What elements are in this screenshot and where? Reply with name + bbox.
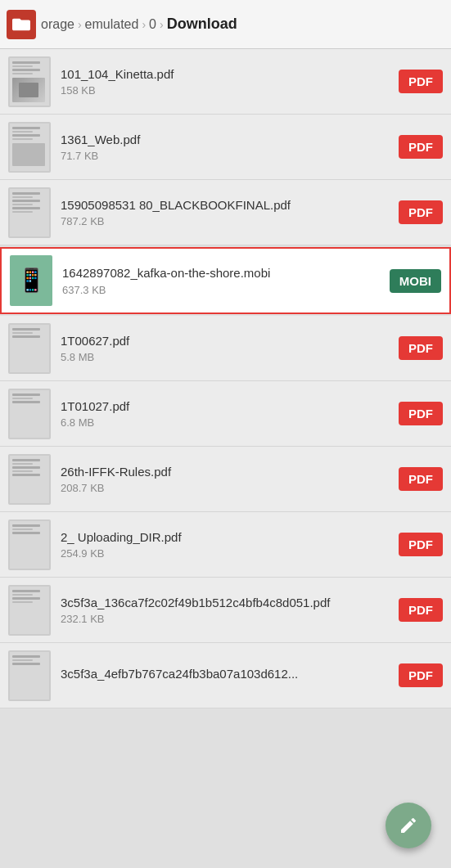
file-info: 26th-IFFK-Rules.pdf 208.7 KB — [61, 464, 390, 495]
file-info: 1T00627.pdf 5.8 MB — [61, 333, 390, 364]
file-size: 71.7 KB — [61, 150, 390, 162]
file-thumbnail — [8, 585, 51, 636]
file-size: 5.8 MB — [61, 351, 390, 363]
file-type-badge[interactable]: MOBI — [390, 269, 441, 293]
header: orage › emulated › 0 › Download — [0, 0, 451, 49]
file-name: 3c5f3a_4efb7b767ca24fb3ba07a103d612... — [61, 666, 390, 682]
file-size: 787.2 KB — [61, 215, 390, 227]
file-info: 15905098531 80_BLACKBOOKFINAL.pdf 787.2 … — [61, 197, 390, 228]
file-info: 2_ Uploading_DIR.pdf 254.9 KB — [61, 529, 390, 560]
file-type-badge[interactable]: PDF — [399, 70, 443, 93]
list-item[interactable]: 3c5f3a_4efb7b767ca24fb3ba07a103d612... P… — [0, 643, 451, 708]
list-item[interactable]: 3c5f3a_136ca7f2c02f49b1b512c4bfb4c8d051.… — [0, 578, 451, 643]
file-size: 637.3 KB — [62, 284, 381, 296]
file-thumbnail — [8, 187, 51, 238]
file-name: 1T00627.pdf — [61, 333, 390, 349]
breadcrumb-0[interactable]: 0 — [149, 17, 156, 32]
file-type-badge[interactable]: PDF — [399, 336, 443, 360]
file-type-badge[interactable]: PDF — [399, 402, 443, 425]
file-name: 1642897082_kafka-on-the-shore.mobi — [62, 265, 381, 281]
file-type-badge[interactable]: PDF — [399, 598, 443, 622]
file-size: 208.7 KB — [61, 482, 390, 494]
file-type-badge[interactable]: PDF — [399, 533, 443, 556]
file-thumbnail — [8, 122, 51, 173]
edit-icon — [399, 816, 418, 835]
file-size: 254.9 KB — [61, 547, 390, 560]
file-name: 101_104_Kinetta.pdf — [61, 66, 390, 83]
phone-icon: 📱 — [17, 269, 46, 292]
file-type-badge[interactable]: PDF — [399, 467, 443, 491]
breadcrumb-emulated[interactable]: emulated — [85, 17, 139, 32]
file-thumbnail — [8, 389, 51, 439]
breadcrumb-sep-1: › — [78, 18, 82, 31]
file-name: 1361_Web.pdf — [61, 132, 390, 148]
list-item[interactable]: 1T01027.pdf 6.8 MB PDF — [0, 381, 451, 447]
file-info: 101_104_Kinetta.pdf 158 KB — [61, 66, 390, 97]
app-icon — [7, 10, 36, 39]
file-type-badge[interactable]: PDF — [399, 663, 443, 687]
file-name: 1T01027.pdf — [61, 398, 390, 415]
breadcrumb: orage › emulated › 0 › Download — [41, 16, 444, 33]
list-item[interactable]: 26th-IFFK-Rules.pdf 208.7 KB PDF — [0, 447, 451, 512]
file-size: 158 KB — [61, 84, 390, 97]
breadcrumb-sep-2: › — [142, 18, 146, 31]
file-type-badge[interactable]: PDF — [399, 200, 443, 224]
file-name: 2_ Uploading_DIR.pdf — [61, 529, 390, 546]
file-info: 1642897082_kafka-on-the-shore.mobi 637.3… — [62, 265, 381, 296]
file-size: 6.8 MB — [61, 416, 390, 429]
fab-edit-button[interactable] — [386, 803, 431, 848]
breadcrumb-download: Download — [167, 16, 237, 33]
breadcrumb-storage[interactable]: orage — [41, 17, 74, 32]
list-item[interactable]: 1361_Web.pdf 71.7 KB PDF — [0, 115, 451, 180]
file-info: 1T01027.pdf 6.8 MB — [61, 398, 390, 430]
file-thumbnail — [8, 454, 51, 505]
file-thumbnail — [8, 519, 51, 570]
file-thumbnail — [8, 323, 51, 374]
file-size: 232.1 KB — [61, 613, 390, 625]
file-thumbnail: 📱 — [10, 255, 52, 306]
file-name: 3c5f3a_136ca7f2c02f49b1b512c4bfb4c8d051.… — [61, 595, 390, 611]
file-name: 26th-IFFK-Rules.pdf — [61, 464, 390, 480]
file-list: 101_104_Kinetta.pdf 158 KB PDF 1361_Web.… — [0, 49, 451, 708]
file-thumbnail — [8, 650, 51, 701]
list-item-selected[interactable]: 📱 1642897082_kafka-on-the-shore.mobi 637… — [0, 247, 451, 314]
breadcrumb-sep-3: › — [160, 18, 164, 31]
list-item[interactable]: 1T00627.pdf 5.8 MB PDF — [0, 316, 451, 381]
file-info: 3c5f3a_136ca7f2c02f49b1b512c4bfb4c8d051.… — [61, 595, 390, 626]
list-item[interactable]: 2_ Uploading_DIR.pdf 254.9 KB PDF — [0, 512, 451, 578]
file-thumbnail — [8, 56, 51, 107]
folder-icon — [12, 16, 30, 34]
list-item[interactable]: 101_104_Kinetta.pdf 158 KB PDF — [0, 49, 451, 115]
file-info: 3c5f3a_4efb7b767ca24fb3ba07a103d612... — [61, 666, 390, 685]
file-type-badge[interactable]: PDF — [399, 135, 443, 159]
list-item[interactable]: 15905098531 80_BLACKBOOKFINAL.pdf 787.2 … — [0, 180, 451, 245]
file-name: 15905098531 80_BLACKBOOKFINAL.pdf — [61, 197, 390, 214]
file-info: 1361_Web.pdf 71.7 KB — [61, 132, 390, 163]
